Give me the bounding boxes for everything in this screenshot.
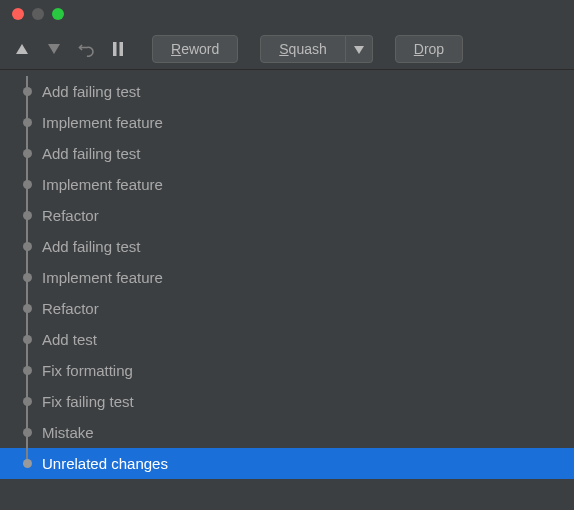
commit-graph-node bbox=[20, 324, 34, 355]
reword-mnemonic: R bbox=[171, 41, 181, 57]
commit-row[interactable]: Add failing test bbox=[0, 138, 574, 169]
commit-dot-icon bbox=[23, 87, 32, 96]
commit-message: Refactor bbox=[42, 207, 99, 224]
commit-row[interactable]: Implement feature bbox=[0, 262, 574, 293]
commit-message: Refactor bbox=[42, 300, 99, 317]
commit-dot-icon bbox=[23, 428, 32, 437]
squash-mnemonic: S bbox=[279, 41, 288, 57]
toolbar: Reword Squash Drop bbox=[0, 28, 574, 70]
commit-graph-node bbox=[20, 355, 34, 386]
commit-dot-icon bbox=[23, 304, 32, 313]
commit-row[interactable]: Implement feature bbox=[0, 169, 574, 200]
commit-list[interactable]: Add failing testImplement featureAdd fai… bbox=[0, 70, 574, 479]
commit-row[interactable]: Add failing test bbox=[0, 76, 574, 107]
commit-dot-icon bbox=[23, 335, 32, 344]
commit-graph-node bbox=[20, 76, 34, 107]
commit-row[interactable]: Implement feature bbox=[0, 107, 574, 138]
commit-dot-icon bbox=[23, 118, 32, 127]
commit-row[interactable]: Add failing test bbox=[0, 231, 574, 262]
commit-dot-icon bbox=[23, 242, 32, 251]
commit-row[interactable]: Add test bbox=[0, 324, 574, 355]
squash-button[interactable]: Squash bbox=[260, 35, 346, 63]
maximize-window-button[interactable] bbox=[52, 8, 64, 20]
commit-graph-node bbox=[20, 417, 34, 448]
commit-dot-icon bbox=[23, 459, 32, 468]
commit-row[interactable]: Refactor bbox=[0, 293, 574, 324]
commit-message: Implement feature bbox=[42, 269, 163, 286]
close-window-button[interactable] bbox=[12, 8, 24, 20]
commit-row[interactable]: Fix formatting bbox=[0, 355, 574, 386]
commit-message: Add failing test bbox=[42, 145, 140, 162]
pause-icon[interactable] bbox=[106, 37, 130, 61]
commit-message: Mistake bbox=[42, 424, 94, 441]
squash-dropdown-button[interactable] bbox=[346, 35, 373, 63]
commit-message: Implement feature bbox=[42, 176, 163, 193]
commit-message: Implement feature bbox=[42, 114, 163, 131]
commit-graph-node bbox=[20, 169, 34, 200]
commit-graph-node bbox=[20, 200, 34, 231]
commit-dot-icon bbox=[23, 397, 32, 406]
move-down-icon bbox=[42, 37, 66, 61]
commit-message: Add failing test bbox=[42, 238, 140, 255]
commit-graph-node bbox=[20, 386, 34, 417]
squash-button-group: Squash bbox=[260, 35, 373, 63]
commit-dot-icon bbox=[23, 273, 32, 282]
minimize-window-button[interactable] bbox=[32, 8, 44, 20]
drop-mnemonic: D bbox=[414, 41, 424, 57]
commit-dot-icon bbox=[23, 366, 32, 375]
commit-dot-icon bbox=[23, 149, 32, 158]
commit-graph-node bbox=[20, 138, 34, 169]
commit-row[interactable]: Refactor bbox=[0, 200, 574, 231]
commit-row[interactable]: Unrelated changes bbox=[0, 448, 574, 479]
commit-message: Add failing test bbox=[42, 83, 140, 100]
commit-dot-icon bbox=[23, 180, 32, 189]
drop-button[interactable]: Drop bbox=[395, 35, 463, 63]
chevron-down-icon bbox=[354, 41, 364, 57]
commit-row[interactable]: Mistake bbox=[0, 417, 574, 448]
commit-message: Fix failing test bbox=[42, 393, 134, 410]
svg-rect-1 bbox=[120, 42, 124, 56]
commit-graph-node bbox=[20, 107, 34, 138]
move-up-icon[interactable] bbox=[10, 37, 34, 61]
commit-message: Add test bbox=[42, 331, 97, 348]
commit-graph-node bbox=[20, 231, 34, 262]
window-titlebar bbox=[0, 0, 574, 28]
undo-icon bbox=[74, 37, 98, 61]
reword-button[interactable]: Reword bbox=[152, 35, 238, 63]
commit-graph-node bbox=[20, 262, 34, 293]
commit-graph-node bbox=[20, 293, 34, 324]
commit-graph-node bbox=[20, 448, 34, 479]
commit-message: Unrelated changes bbox=[42, 455, 168, 472]
commit-dot-icon bbox=[23, 211, 32, 220]
commit-row[interactable]: Fix failing test bbox=[0, 386, 574, 417]
svg-rect-0 bbox=[113, 42, 117, 56]
commit-message: Fix formatting bbox=[42, 362, 133, 379]
